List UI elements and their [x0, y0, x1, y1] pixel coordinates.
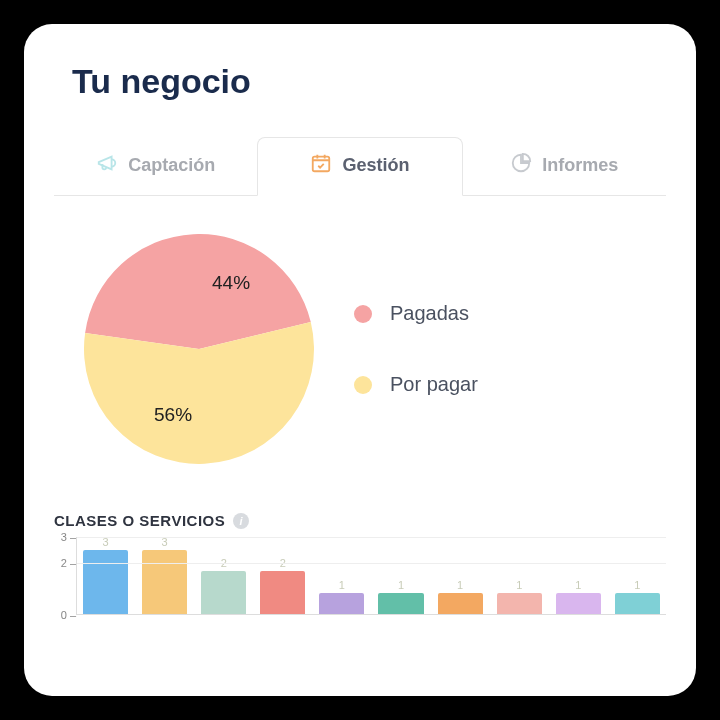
info-icon[interactable]: i — [233, 513, 249, 529]
y-tick: 2 – — [61, 557, 76, 569]
svg-rect-0 — [313, 157, 330, 172]
section-title: CLASES O SERVICIOS — [54, 512, 225, 529]
page-title: Tu negocio — [72, 62, 666, 101]
pie-chart: 44% 56% — [84, 234, 314, 464]
bar — [378, 593, 423, 614]
bar — [438, 593, 483, 614]
grid-line — [77, 563, 666, 564]
bar-value-label: 1 — [575, 580, 581, 591]
bar-section-header: CLASES O SERVICIOS i — [54, 512, 666, 529]
bar-slot: 3 — [83, 537, 128, 614]
grid-line — [77, 537, 666, 538]
megaphone-icon — [96, 152, 118, 179]
calendar-check-icon — [310, 152, 332, 179]
pie-slice-label-topay: 56% — [154, 404, 192, 426]
bar-slot: 1 — [615, 580, 660, 614]
bar-value-label: 1 — [457, 580, 463, 591]
tab-gestion[interactable]: Gestión — [257, 137, 462, 196]
y-tick: 0 – — [61, 609, 76, 621]
bar-value-label: 1 — [339, 580, 345, 591]
bar-slot: 2 — [260, 558, 305, 614]
tab-captacion[interactable]: Captación — [54, 137, 257, 195]
tab-label: Captación — [128, 155, 215, 176]
bar-slot: 1 — [556, 580, 601, 614]
pie-chart-icon — [510, 152, 532, 179]
pie-slice-label-paid: 44% — [212, 272, 250, 294]
bar-value-label: 1 — [398, 580, 404, 591]
legend-dot-icon — [354, 376, 372, 394]
legend-item-paid: Pagadas — [354, 302, 478, 325]
tabs: Captación Gestión Informes — [54, 137, 666, 196]
bar-slot: 3 — [142, 537, 187, 614]
bar-value-label: 3 — [102, 537, 108, 548]
bar-value-label: 1 — [634, 580, 640, 591]
legend-label: Pagadas — [390, 302, 469, 325]
bar-slot: 2 — [201, 558, 246, 614]
bar-slot: 1 — [378, 580, 423, 614]
bar-value-label: 1 — [516, 580, 522, 591]
bar-slot: 1 — [438, 580, 483, 614]
bar — [497, 593, 542, 614]
y-tick: 3 – — [61, 531, 76, 543]
bar-plot-area: 3322111111 — [76, 537, 666, 615]
bar-slot: 1 — [497, 580, 542, 614]
bar — [201, 571, 246, 614]
bar-value-label: 3 — [162, 537, 168, 548]
bar — [556, 593, 601, 614]
pie-legend: Pagadas Por pagar — [354, 302, 478, 396]
legend-item-topay: Por pagar — [354, 373, 478, 396]
bar — [615, 593, 660, 614]
bar — [319, 593, 364, 614]
y-axis: 0 –2 –3 – — [54, 537, 76, 615]
dashboard-card: Tu negocio Captación Gestión — [24, 24, 696, 696]
bar-chart: 0 –2 –3 – 3322111111 — [54, 537, 666, 615]
tab-label: Gestión — [342, 155, 409, 176]
pie-section: 44% 56% Pagadas Por pagar — [54, 214, 666, 494]
bar — [260, 571, 305, 614]
legend-dot-icon — [354, 305, 372, 323]
bar-slot: 1 — [319, 580, 364, 614]
bar — [142, 550, 187, 614]
legend-label: Por pagar — [390, 373, 478, 396]
bar — [83, 550, 128, 614]
tab-informes[interactable]: Informes — [463, 137, 666, 195]
tab-label: Informes — [542, 155, 618, 176]
